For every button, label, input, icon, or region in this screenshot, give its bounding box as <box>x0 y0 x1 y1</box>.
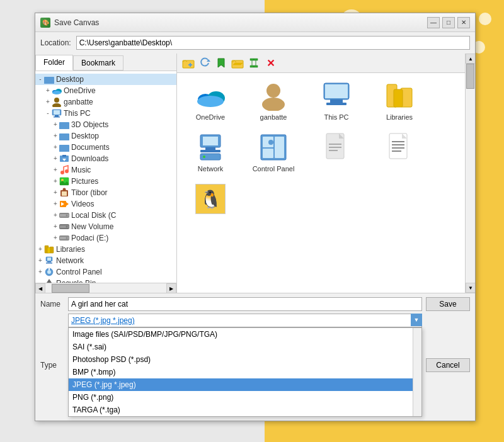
tree-expand-network[interactable]: + <box>37 257 44 264</box>
tree-icon-tibor <box>59 188 69 198</box>
tree-icon-documents <box>59 142 69 152</box>
refresh-button[interactable] <box>197 56 212 70</box>
main-content: Folder Bookmark -Desktop+OneDrive+ganbat… <box>35 54 475 293</box>
file-item-network[interactable]: Network <box>182 130 239 175</box>
tab-folder[interactable]: Folder <box>35 55 73 71</box>
tree-item-recycle[interactable]: Recycle Bin <box>35 278 176 283</box>
tree-expand-pictures[interactable]: + <box>52 178 59 185</box>
file-grid: OneDrive ganbatte This PC Libraries Netw… <box>177 73 465 293</box>
svg-point-5 <box>54 98 59 103</box>
type-option-png[interactable]: PNG (*.png) <box>69 391 421 404</box>
file-item-onedrive[interactable]: OneDrive <box>182 78 239 123</box>
file-item-file2[interactable] <box>371 130 428 175</box>
tree-expand-music[interactable]: + <box>52 166 59 174</box>
close-button[interactable]: ✕ <box>457 17 470 28</box>
tree-icon-videos <box>59 199 69 209</box>
tree-item-pictures[interactable]: +Pictures <box>35 176 176 187</box>
tree-expand-downloads[interactable]: + <box>52 155 59 162</box>
type-option-photoshop[interactable]: Photoshop PSD (*.psd) <box>69 353 421 366</box>
svg-rect-24 <box>62 191 67 196</box>
file-item-file3[interactable]: 🐧 <box>182 181 239 219</box>
tree-item-desktop[interactable]: -Desktop <box>35 74 176 85</box>
folder-tree[interactable]: -Desktop+OneDrive+ganbatte-This PC+3D Ob… <box>35 71 176 283</box>
dropdown-arrow-icon[interactable]: ▼ <box>411 314 422 326</box>
svg-rect-61 <box>325 84 348 98</box>
maximize-button[interactable]: □ <box>442 17 455 28</box>
type-select[interactable]: JPEG (*.jpg *.jpeg) ▼ <box>68 314 422 327</box>
file-item-file1[interactable] <box>308 130 365 175</box>
location-input[interactable] <box>76 36 470 50</box>
minimize-button[interactable]: — <box>427 17 440 28</box>
tree-icon-pictures <box>59 176 69 186</box>
tree-item-music[interactable]: +Music <box>35 164 176 176</box>
svg-rect-69 <box>205 147 215 150</box>
save-button[interactable]: Save <box>426 297 470 311</box>
tree-expand-newvolume[interactable]: + <box>52 223 59 230</box>
tree-item-documents[interactable]: +Documents <box>35 142 176 153</box>
tree-expand-controlpanel[interactable]: + <box>37 268 44 276</box>
tree-item-thispc[interactable]: -This PC <box>35 108 176 119</box>
tree-item-3dobjects[interactable]: +3D Objects <box>35 119 176 130</box>
svg-rect-14 <box>59 134 69 140</box>
svg-rect-85 <box>392 147 404 149</box>
tree-item-network[interactable]: +Network <box>35 255 176 266</box>
type-option-image-files[interactable]: Image files (SAI/PSD/BMP/JPG/PNG/TGA) <box>69 328 421 341</box>
tree-item-videos[interactable]: +Videos <box>35 198 176 210</box>
tree-expand-tibor[interactable]: + <box>52 189 59 196</box>
tree-icon-ganbatte <box>52 97 62 107</box>
tree-expand-podaci[interactable]: + <box>52 234 59 242</box>
svg-marker-27 <box>66 202 69 206</box>
vscroll-up-btn[interactable]: ▲ <box>466 54 475 64</box>
cancel-button[interactable]: Cancel <box>426 358 470 372</box>
file-item-controlpanel[interactable]: Control Panel <box>245 130 302 175</box>
file-name-onedrive: OneDrive <box>196 113 225 121</box>
tree-expand-onedrive[interactable]: + <box>44 87 52 94</box>
type-option-sai[interactable]: SAI (*.sai) <box>69 341 421 353</box>
tree-expand-documents[interactable]: + <box>52 144 59 151</box>
tree-expand-3dobjects[interactable]: + <box>52 121 59 128</box>
tab-bookmark[interactable]: Bookmark <box>73 55 123 71</box>
open-folder-button[interactable] <box>230 56 245 70</box>
file-item-ganbatte[interactable]: ganbatte <box>245 78 302 123</box>
tree-expand-thispc[interactable]: - <box>44 110 52 117</box>
tree-item-tibor[interactable]: +Tibor (tibor <box>35 187 176 198</box>
tree-item-controlpanel[interactable]: +Control Panel <box>35 266 176 278</box>
hscroll-left-btn[interactable]: ◀ <box>35 283 45 293</box>
tree-item-localdisk[interactable]: +Local Disk (C <box>35 210 176 221</box>
tree-item-libraries[interactable]: +Libraries <box>35 244 176 255</box>
tree-label-documents: Documents <box>71 143 110 152</box>
tree-expand-desktop2[interactable]: + <box>52 132 59 140</box>
tree-item-onedrive[interactable]: +OneDrive <box>35 85 176 96</box>
tree-expand-ganbatte[interactable]: + <box>44 98 52 106</box>
tree-expand-localdisk[interactable]: + <box>52 212 59 219</box>
tree-item-podaci[interactable]: +Podaci (E:) <box>35 232 176 244</box>
type-option-bmp[interactable]: BMP (*.bmp) <box>69 366 421 378</box>
svg-point-37 <box>66 237 68 239</box>
tree-item-ganbatte[interactable]: +ganbatte <box>35 96 176 108</box>
delete-button[interactable]: ✕ <box>263 56 278 70</box>
file-item-libraries[interactable]: Libraries <box>371 78 428 123</box>
tree-expand-libraries[interactable]: + <box>37 246 44 253</box>
tree-item-desktop2[interactable]: +Desktop <box>35 130 176 142</box>
dialog-title: Save Canvas <box>54 18 99 27</box>
tree-icon-newvolume <box>59 222 69 232</box>
tree-expand-desktop[interactable]: - <box>37 76 44 83</box>
filename-input[interactable] <box>68 297 422 311</box>
file-item-thispc[interactable]: This PC <box>308 78 365 123</box>
hscroll-right-btn[interactable]: ▶ <box>166 283 176 293</box>
tree-expand-videos[interactable]: + <box>52 200 59 208</box>
tag-button[interactable] <box>214 56 229 70</box>
new-folder-button[interactable] <box>181 56 196 70</box>
right-panel-wrap: ✕ OneDrive ganbatte This PC <box>177 54 475 293</box>
type-option-targa[interactable]: TARGA (*.tga) <box>69 404 421 416</box>
rename-button[interactable] <box>246 56 261 70</box>
hscroll-thumb[interactable] <box>52 284 89 293</box>
vscroll-down-btn[interactable]: ▼ <box>466 283 475 293</box>
svg-rect-40 <box>47 247 50 253</box>
svg-rect-79 <box>329 144 341 145</box>
tree-label-desktop: Desktop <box>56 75 84 84</box>
tree-item-newvolume[interactable]: +New Volume <box>35 221 176 232</box>
type-option-jpeg[interactable]: JPEG (*.jpg *.jpeg) <box>69 378 421 391</box>
tree-item-downloads[interactable]: +Downloads <box>35 153 176 164</box>
vscroll-thumb[interactable] <box>466 64 474 89</box>
